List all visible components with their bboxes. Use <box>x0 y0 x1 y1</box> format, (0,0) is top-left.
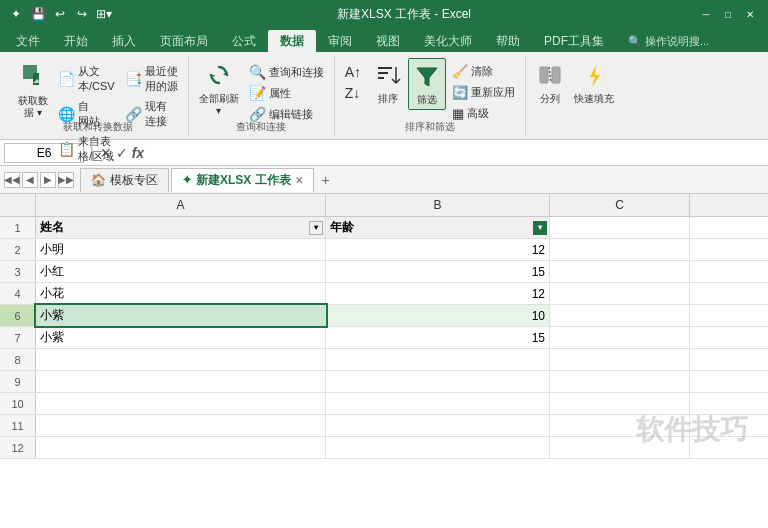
sort-asc-button[interactable]: A↑ <box>341 62 368 82</box>
tab-help[interactable]: 帮助 <box>484 30 532 52</box>
get-transform-group-label: 获取和转换数据 <box>8 120 188 134</box>
sheet-tabs-bar: ◀◀ ◀ ▶ ▶▶ 🏠 模板专区 ✦ 新建XLSX 工作表 ✕ + <box>0 166 768 194</box>
tab-page-layout[interactable]: 页面布局 <box>148 30 220 52</box>
clear-button[interactable]: 🧹 清除 <box>448 62 519 81</box>
col-header-c[interactable]: C <box>550 194 690 216</box>
sheet-nav-last[interactable]: ▶▶ <box>58 172 74 188</box>
cell-c10[interactable] <box>550 393 690 414</box>
row-number-11[interactable]: 11 <box>0 415 36 436</box>
recent-sources-button[interactable]: 📑 最近使用的源 <box>121 62 182 96</box>
redo-icon[interactable]: ↪ <box>74 6 90 22</box>
filter-icon <box>413 62 441 92</box>
cell-c3[interactable] <box>550 261 690 282</box>
filter-dropdown-b1[interactable]: ▾ <box>533 221 547 235</box>
sheet-nav-next[interactable]: ▶ <box>40 172 56 188</box>
cell-a12[interactable] <box>36 437 326 458</box>
split-column-button[interactable]: 分列 <box>532 58 568 108</box>
row-number-7[interactable]: 7 <box>0 327 36 348</box>
undo-icon[interactable]: ↩ <box>52 6 68 22</box>
sort-button[interactable]: 排序 <box>370 58 406 108</box>
cell-b10[interactable] <box>326 393 550 414</box>
save-icon[interactable]: 💾 <box>30 6 46 22</box>
cell-a1[interactable]: 姓名 ▾ <box>36 217 326 238</box>
tab-beautify[interactable]: 美化大师 <box>412 30 484 52</box>
cell-a9[interactable] <box>36 371 326 392</box>
cell-c2[interactable] <box>550 239 690 260</box>
customize-icon[interactable]: ⊞▾ <box>96 6 112 22</box>
row-number-6[interactable]: 6 <box>0 305 36 326</box>
row-number-9[interactable]: 9 <box>0 371 36 392</box>
reapply-button[interactable]: 🔄 重新应用 <box>448 83 519 102</box>
cell-c8[interactable] <box>550 349 690 370</box>
filter-button[interactable]: 筛选 <box>408 58 446 110</box>
tab-pdf[interactable]: PDF工具集 <box>532 30 616 52</box>
flash-fill-button[interactable]: 快速填充 <box>570 58 618 108</box>
cell-a8[interactable] <box>36 349 326 370</box>
row-number-4[interactable]: 4 <box>0 283 36 304</box>
cell-b4[interactable]: 12 <box>326 283 550 304</box>
cell-b8[interactable] <box>326 349 550 370</box>
cell-b3[interactable]: 15 <box>326 261 550 282</box>
tab-view[interactable]: 视图 <box>364 30 412 52</box>
tab-review[interactable]: 审阅 <box>316 30 364 52</box>
close-button[interactable]: ✕ <box>740 4 760 24</box>
properties-label: 属性 <box>269 86 291 101</box>
cell-c1[interactable] <box>550 217 690 238</box>
home-icon: 🏠 <box>91 173 106 187</box>
tab-formula[interactable]: 公式 <box>220 30 268 52</box>
cell-b1[interactable]: 年龄 ▾ <box>326 217 550 238</box>
properties-button[interactable]: 📝 属性 <box>245 83 328 103</box>
sheet-tab-template[interactable]: 🏠 模板专区 <box>80 168 169 192</box>
cell-b11[interactable] <box>326 415 550 436</box>
cell-c11[interactable] <box>550 415 690 436</box>
col-header-b[interactable]: B <box>326 194 550 216</box>
from-text-button[interactable]: 📄 从文本/CSV <box>54 62 119 96</box>
corner-cell <box>0 194 36 216</box>
sheet-nav-prev[interactable]: ◀ <box>22 172 38 188</box>
cell-b12[interactable] <box>326 437 550 458</box>
cell-c4[interactable] <box>550 283 690 304</box>
tab-file[interactable]: 文件 <box>4 30 52 52</box>
minimize-button[interactable]: ─ <box>696 4 716 24</box>
from-range-button[interactable]: 📋 来自表格/区域 <box>54 132 119 166</box>
cell-b9[interactable] <box>326 371 550 392</box>
tab-home[interactable]: 开始 <box>52 30 100 52</box>
cell-b6[interactable]: 10 <box>326 305 550 326</box>
cell-a11[interactable] <box>36 415 326 436</box>
cell-c6[interactable] <box>550 305 690 326</box>
cell-a3[interactable]: 小红 <box>36 261 326 282</box>
query-conn-button[interactable]: 🔍 查询和连接 <box>245 62 328 82</box>
row-number-3[interactable]: 3 <box>0 261 36 282</box>
window-controls: ─ □ ✕ <box>696 4 760 24</box>
cell-a6[interactable]: 小紫 <box>36 305 326 326</box>
cell-a7[interactable]: 小紫 <box>36 327 326 348</box>
refresh-all-button[interactable]: 全部刷新▾ <box>195 58 243 120</box>
sort-desc-button[interactable]: Z↓ <box>341 83 368 103</box>
add-sheet-button[interactable]: + <box>316 170 336 190</box>
tab-insert[interactable]: 插入 <box>100 30 148 52</box>
row-number-8[interactable]: 8 <box>0 349 36 370</box>
maximize-button[interactable]: □ <box>718 4 738 24</box>
cell-a4[interactable]: 小花 <box>36 283 326 304</box>
cell-c12[interactable] <box>550 437 690 458</box>
get-data-button[interactable]: 获取数据 ▾ <box>14 58 52 122</box>
row-number-1[interactable]: 1 <box>0 217 36 238</box>
row-number-12[interactable]: 12 <box>0 437 36 458</box>
row-number-10[interactable]: 10 <box>0 393 36 414</box>
cell-a10[interactable] <box>36 393 326 414</box>
sheet-nav-first[interactable]: ◀◀ <box>4 172 20 188</box>
from-text-label: 从文本/CSV <box>78 64 115 94</box>
cell-c7[interactable] <box>550 327 690 348</box>
cell-c9[interactable] <box>550 371 690 392</box>
tab-search[interactable]: 🔍 操作说明搜... <box>616 30 721 52</box>
filter-dropdown-a1[interactable]: ▾ <box>309 221 323 235</box>
col-header-a[interactable]: A <box>36 194 326 216</box>
sheet-close-button[interactable]: ✕ <box>295 175 303 186</box>
cell-b7[interactable]: 15 <box>326 327 550 348</box>
cell-a2[interactable]: 小明 <box>36 239 326 260</box>
tab-data[interactable]: 数据 <box>268 30 316 52</box>
sheet-tab-workbook[interactable]: ✦ 新建XLSX 工作表 ✕ <box>171 168 314 192</box>
row-number-2[interactable]: 2 <box>0 239 36 260</box>
cell-b2[interactable]: 12 <box>326 239 550 260</box>
formula-input[interactable] <box>148 143 764 163</box>
